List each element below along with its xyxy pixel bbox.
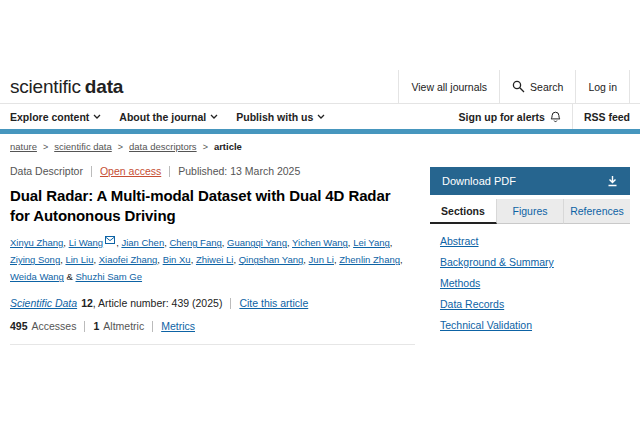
author-list: Xinyu Zhang, Li Wang, Jian Chen, Cheng F… <box>10 234 415 285</box>
search-button[interactable]: Search <box>499 70 575 103</box>
nav-right: Sign up for alerts RSS feed <box>448 104 630 129</box>
breadcrumb-separator: > <box>118 142 123 152</box>
author-link-xiaofei-zhang[interactable]: Xiaofei Zhang <box>99 254 158 265</box>
section-link-abstract[interactable]: Abstract <box>440 235 479 247</box>
rss-feed-link[interactable]: RSS feed <box>572 104 630 129</box>
logo-word-scientific: scientific <box>10 76 81 97</box>
search-label: Search <box>530 81 563 93</box>
search-icon <box>512 80 525 93</box>
author-link-zhenlin-zhang[interactable]: Zhenlin Zhang <box>339 254 400 265</box>
metrics-bar: 495 Accesses 1 Altmetric Metrics <box>10 320 415 332</box>
envelope-icon[interactable] <box>105 236 115 244</box>
main-content: nature>scientific data>data descriptors>… <box>10 134 630 345</box>
open-access-link[interactable]: Open access <box>100 165 161 177</box>
view-all-journals-link[interactable]: View all journals <box>398 70 499 103</box>
accesses-count: 495 <box>10 320 28 332</box>
author-link-li-wang[interactable]: Li Wang <box>69 237 104 248</box>
author-link-lei-yang[interactable]: Lei Yang <box>353 237 390 248</box>
breadcrumb-link-scientific-data[interactable]: scientific data <box>54 141 112 152</box>
altmetric-count: 1 <box>93 320 99 332</box>
article-header: nature>scientific data>data descriptors>… <box>10 134 415 345</box>
author-link-zhiwei-li[interactable]: Zhiwei Li <box>196 254 234 265</box>
login-label: Log in <box>588 81 617 93</box>
author-link-shuzhi-sam-ge[interactable]: Shuzhi Sam Ge <box>76 271 143 282</box>
section-link-background-summary[interactable]: Background & Summary <box>440 256 554 268</box>
tab-figures[interactable]: Figures <box>497 199 564 224</box>
download-icon <box>607 175 618 187</box>
breadcrumb-link-nature[interactable]: nature <box>10 141 37 152</box>
site-header: scientificdata View all journals Search … <box>0 70 640 104</box>
download-pdf-label: Download PDF <box>442 175 516 187</box>
section-link-technical-validation[interactable]: Technical Validation <box>440 319 532 331</box>
page: scientificdata View all journals Search … <box>0 0 640 345</box>
citation-line: Scientific Data 12 , Article number: 439… <box>10 297 415 309</box>
sidebar-tabs: SectionsFiguresReferences <box>430 199 630 224</box>
vertical-divider <box>91 166 92 177</box>
title-line2: for Autononous Driving <box>10 207 176 224</box>
article-title: Dual Radar: A Multi-modal Dataset with D… <box>10 186 415 226</box>
rss-label: RSS feed <box>584 111 630 123</box>
nav-item-explore-content[interactable]: Explore content <box>10 111 101 123</box>
author-link-ziying-song[interactable]: Ziying Song <box>10 254 60 265</box>
author-link-lin-liu[interactable]: Lin Liu <box>65 254 93 265</box>
section-list: AbstractBackground & SummaryMethodsData … <box>430 235 630 331</box>
breadcrumb-link-data-descriptors[interactable]: data descriptors <box>129 141 197 152</box>
vertical-divider <box>169 166 170 177</box>
nav-left: Explore contentAbout the journalPublish … <box>10 104 325 129</box>
article-meta: Data Descriptor Open access Published: 1… <box>10 165 415 177</box>
vertical-divider <box>152 321 153 332</box>
author-link-weida-wang[interactable]: Weida Wang <box>10 271 64 282</box>
header-links: View all journals Search Log in <box>398 70 630 103</box>
chevron-down-icon <box>317 114 325 119</box>
section-divider <box>10 344 415 345</box>
journal-logo[interactable]: scientificdata <box>10 76 123 98</box>
logo-word-data: data <box>85 76 123 97</box>
author-link-guangqi-yang[interactable]: Guangqi Yang <box>227 237 287 248</box>
published-date: Published: 13 March 2025 <box>178 165 300 177</box>
section-link-data-records[interactable]: Data Records <box>440 298 504 310</box>
tab-sections[interactable]: Sections <box>430 199 497 224</box>
breadcrumb-current: article <box>214 141 242 152</box>
nav-item-publish-with-us[interactable]: Publish with us <box>236 111 325 123</box>
author-link-qingshan-yang[interactable]: Qingshan Yang <box>239 254 304 265</box>
cite-this-article-link[interactable]: Cite this article <box>239 297 308 309</box>
breadcrumb-separator: > <box>43 142 48 152</box>
vertical-divider <box>84 321 85 332</box>
title-line1: Dual Radar: A Multi-modal Dataset with D… <box>10 187 390 204</box>
view-all-journals-label: View all journals <box>411 81 487 93</box>
nav-item-about-the-journal[interactable]: About the journal <box>119 111 218 123</box>
article-type: Data Descriptor <box>10 165 83 177</box>
journal-link[interactable]: Scientific Data <box>10 297 77 309</box>
chevron-down-icon <box>210 114 218 119</box>
author-link-jun-li[interactable]: Jun Li <box>309 254 334 265</box>
nav-item-label: Explore content <box>10 111 89 123</box>
author-link-xinyu-zhang[interactable]: Xinyu Zhang <box>10 237 63 248</box>
vertical-divider <box>230 298 231 309</box>
author-link-bin-xu[interactable]: Bin Xu <box>163 254 191 265</box>
bell-icon <box>550 111 561 123</box>
nav-item-label: Publish with us <box>236 111 313 123</box>
altmetric-label: Altmetric <box>103 320 144 332</box>
breadcrumb-separator: > <box>203 142 208 152</box>
tab-references[interactable]: References <box>564 199 630 224</box>
alerts-label: Sign up for alerts <box>459 111 545 123</box>
volume-number: 12 <box>81 297 93 309</box>
accesses-label: Accesses <box>32 320 77 332</box>
breadcrumb: nature>scientific data>data descriptors>… <box>10 141 415 152</box>
author-link-jian-chen[interactable]: Jian Chen <box>121 237 164 248</box>
author-link-yichen-wang[interactable]: Yichen Wang <box>292 237 348 248</box>
journal-nav: Explore contentAbout the journalPublish … <box>0 104 640 129</box>
author-link-cheng-fang[interactable]: Cheng Fang <box>169 237 221 248</box>
download-pdf-button[interactable]: Download PDF <box>430 167 630 195</box>
metrics-link[interactable]: Metrics <box>161 320 195 332</box>
article-number: , Article number: 439 (2025) <box>93 297 223 309</box>
login-link[interactable]: Log in <box>575 70 630 103</box>
chevron-down-icon <box>93 114 101 119</box>
sidebar: Download PDF SectionsFiguresReferences A… <box>430 134 630 345</box>
sign-up-alerts-link[interactable]: Sign up for alerts <box>448 104 572 129</box>
nav-item-label: About the journal <box>119 111 206 123</box>
section-link-methods[interactable]: Methods <box>440 277 480 289</box>
